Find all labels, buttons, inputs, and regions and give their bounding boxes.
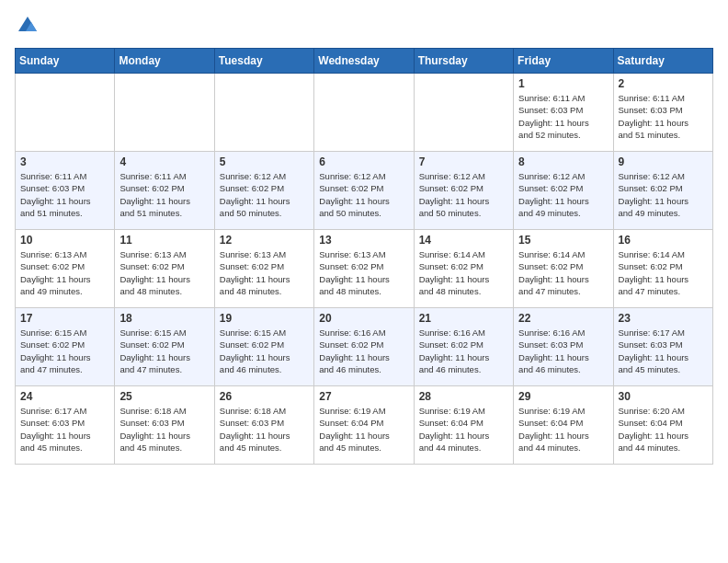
day-number: 5: [220, 155, 309, 168]
calendar-day: [314, 74, 414, 152]
calendar-day: 27Sunrise: 6:19 AM Sunset: 6:04 PM Dayli…: [314, 386, 414, 465]
calendar-day: [214, 74, 313, 152]
day-number: 26: [220, 390, 309, 403]
day-info: Sunrise: 6:13 AM Sunset: 6:02 PM Dayligh…: [220, 248, 309, 297]
day-number: 2: [619, 77, 708, 90]
day-number: 19: [220, 312, 309, 325]
day-number: 18: [119, 312, 209, 325]
day-number: 20: [319, 312, 408, 325]
weekday-header-saturday: Saturday: [613, 49, 712, 74]
day-number: 30: [619, 390, 708, 403]
day-info: Sunrise: 6:12 AM Sunset: 6:02 PM Dayligh…: [619, 170, 708, 219]
calendar-day: 28Sunrise: 6:19 AM Sunset: 6:04 PM Dayli…: [414, 386, 513, 465]
calendar-day: 24Sunrise: 6:17 AM Sunset: 6:03 PM Dayli…: [16, 386, 115, 465]
calendar-day: 19Sunrise: 6:15 AM Sunset: 6:02 PM Dayli…: [214, 308, 313, 386]
calendar-day: 25Sunrise: 6:18 AM Sunset: 6:03 PM Dayli…: [115, 386, 214, 465]
page-header: [15, 15, 713, 37]
calendar-day: 11Sunrise: 6:13 AM Sunset: 6:02 PM Dayli…: [115, 230, 214, 308]
day-info: Sunrise: 6:19 AM Sunset: 6:04 PM Dayligh…: [419, 405, 508, 454]
day-info: Sunrise: 6:14 AM Sunset: 6:02 PM Dayligh…: [619, 248, 708, 297]
calendar-day: 16Sunrise: 6:14 AM Sunset: 6:02 PM Dayli…: [613, 230, 712, 308]
day-number: 1: [518, 77, 608, 90]
day-number: 15: [518, 234, 608, 247]
day-number: 6: [319, 155, 408, 168]
day-info: Sunrise: 6:17 AM Sunset: 6:03 PM Dayligh…: [619, 327, 708, 375]
calendar-day: 20Sunrise: 6:16 AM Sunset: 6:02 PM Dayli…: [314, 308, 414, 386]
day-info: Sunrise: 6:15 AM Sunset: 6:02 PM Dayligh…: [220, 327, 309, 375]
calendar-day: 22Sunrise: 6:16 AM Sunset: 6:03 PM Dayli…: [514, 308, 613, 386]
day-info: Sunrise: 6:18 AM Sunset: 6:03 PM Dayligh…: [220, 405, 309, 454]
day-info: Sunrise: 6:11 AM Sunset: 6:03 PM Dayligh…: [619, 92, 708, 141]
weekday-header-wednesday: Wednesday: [314, 49, 414, 74]
calendar-week-3: 10Sunrise: 6:13 AM Sunset: 6:02 PM Dayli…: [16, 230, 713, 308]
calendar-day: 5Sunrise: 6:12 AM Sunset: 6:02 PM Daylig…: [214, 152, 313, 230]
calendar-day: [414, 74, 513, 152]
calendar-day: 15Sunrise: 6:14 AM Sunset: 6:02 PM Dayli…: [514, 230, 613, 308]
weekday-header-sunday: Sunday: [16, 49, 115, 74]
day-info: Sunrise: 6:11 AM Sunset: 6:02 PM Dayligh…: [119, 170, 209, 219]
calendar-week-1: 1Sunrise: 6:11 AM Sunset: 6:03 PM Daylig…: [16, 74, 713, 152]
day-info: Sunrise: 6:19 AM Sunset: 6:04 PM Dayligh…: [518, 405, 608, 454]
day-number: 11: [119, 234, 209, 247]
day-number: 14: [419, 234, 508, 247]
day-info: Sunrise: 6:11 AM Sunset: 6:03 PM Dayligh…: [518, 92, 608, 141]
day-number: 12: [220, 234, 309, 247]
day-number: 4: [119, 155, 209, 168]
calendar-week-4: 17Sunrise: 6:15 AM Sunset: 6:02 PM Dayli…: [16, 308, 713, 386]
day-number: 24: [20, 390, 109, 403]
day-info: Sunrise: 6:12 AM Sunset: 6:02 PM Dayligh…: [220, 170, 309, 219]
calendar-week-5: 24Sunrise: 6:17 AM Sunset: 6:03 PM Dayli…: [16, 386, 713, 465]
day-number: 8: [518, 155, 608, 168]
day-info: Sunrise: 6:13 AM Sunset: 6:02 PM Dayligh…: [20, 248, 109, 297]
calendar-day: 9Sunrise: 6:12 AM Sunset: 6:02 PM Daylig…: [613, 152, 712, 230]
day-info: Sunrise: 6:19 AM Sunset: 6:04 PM Dayligh…: [319, 405, 408, 454]
day-number: 29: [518, 390, 608, 403]
calendar-day: 6Sunrise: 6:12 AM Sunset: 6:02 PM Daylig…: [314, 152, 414, 230]
weekday-header-thursday: Thursday: [414, 49, 513, 74]
day-info: Sunrise: 6:18 AM Sunset: 6:03 PM Dayligh…: [119, 405, 209, 454]
calendar-day: 21Sunrise: 6:16 AM Sunset: 6:02 PM Dayli…: [414, 308, 513, 386]
day-number: 21: [419, 312, 508, 325]
calendar-day: 1Sunrise: 6:11 AM Sunset: 6:03 PM Daylig…: [514, 74, 613, 152]
calendar-day: 29Sunrise: 6:19 AM Sunset: 6:04 PM Dayli…: [514, 386, 613, 465]
day-number: 25: [119, 390, 209, 403]
day-number: 13: [319, 234, 408, 247]
day-number: 22: [518, 312, 608, 325]
day-info: Sunrise: 6:13 AM Sunset: 6:02 PM Dayligh…: [119, 248, 209, 297]
day-info: Sunrise: 6:15 AM Sunset: 6:02 PM Dayligh…: [20, 327, 109, 375]
day-info: Sunrise: 6:20 AM Sunset: 6:04 PM Dayligh…: [619, 405, 708, 454]
day-number: 27: [319, 390, 408, 403]
day-info: Sunrise: 6:16 AM Sunset: 6:03 PM Dayligh…: [518, 327, 608, 375]
calendar-day: [115, 74, 214, 152]
day-info: Sunrise: 6:16 AM Sunset: 6:02 PM Dayligh…: [319, 327, 408, 375]
day-info: Sunrise: 6:11 AM Sunset: 6:03 PM Dayligh…: [20, 170, 109, 219]
day-info: Sunrise: 6:12 AM Sunset: 6:02 PM Dayligh…: [518, 170, 608, 219]
day-info: Sunrise: 6:17 AM Sunset: 6:03 PM Dayligh…: [20, 405, 109, 454]
calendar-day: 4Sunrise: 6:11 AM Sunset: 6:02 PM Daylig…: [115, 152, 214, 230]
day-number: 16: [619, 234, 708, 247]
day-number: 10: [20, 234, 109, 247]
calendar-table: SundayMondayTuesdayWednesdayThursdayFrid…: [15, 48, 713, 465]
calendar-day: 17Sunrise: 6:15 AM Sunset: 6:02 PM Dayli…: [16, 308, 115, 386]
calendar-day: 23Sunrise: 6:17 AM Sunset: 6:03 PM Dayli…: [613, 308, 712, 386]
calendar-week-2: 3Sunrise: 6:11 AM Sunset: 6:03 PM Daylig…: [16, 152, 713, 230]
day-number: 28: [419, 390, 508, 403]
weekday-header-friday: Friday: [514, 49, 613, 74]
day-info: Sunrise: 6:16 AM Sunset: 6:02 PM Dayligh…: [419, 327, 508, 375]
day-info: Sunrise: 6:15 AM Sunset: 6:02 PM Dayligh…: [119, 327, 209, 375]
calendar-day: 3Sunrise: 6:11 AM Sunset: 6:03 PM Daylig…: [16, 152, 115, 230]
day-info: Sunrise: 6:14 AM Sunset: 6:02 PM Dayligh…: [419, 248, 508, 297]
logo: [15, 15, 40, 37]
weekday-header-row: SundayMondayTuesdayWednesdayThursdayFrid…: [16, 49, 713, 74]
day-info: Sunrise: 6:12 AM Sunset: 6:02 PM Dayligh…: [419, 170, 508, 219]
day-info: Sunrise: 6:14 AM Sunset: 6:02 PM Dayligh…: [518, 248, 608, 297]
day-number: 23: [619, 312, 708, 325]
calendar-day: 30Sunrise: 6:20 AM Sunset: 6:04 PM Dayli…: [613, 386, 712, 465]
calendar-day: 2Sunrise: 6:11 AM Sunset: 6:03 PM Daylig…: [613, 74, 712, 152]
calendar-day: 18Sunrise: 6:15 AM Sunset: 6:02 PM Dayli…: [115, 308, 214, 386]
calendar-day: 13Sunrise: 6:13 AM Sunset: 6:02 PM Dayli…: [314, 230, 414, 308]
calendar-day: 7Sunrise: 6:12 AM Sunset: 6:02 PM Daylig…: [414, 152, 513, 230]
day-number: 17: [20, 312, 109, 325]
calendar-day: 10Sunrise: 6:13 AM Sunset: 6:02 PM Dayli…: [16, 230, 115, 308]
calendar-day: 14Sunrise: 6:14 AM Sunset: 6:02 PM Dayli…: [414, 230, 513, 308]
